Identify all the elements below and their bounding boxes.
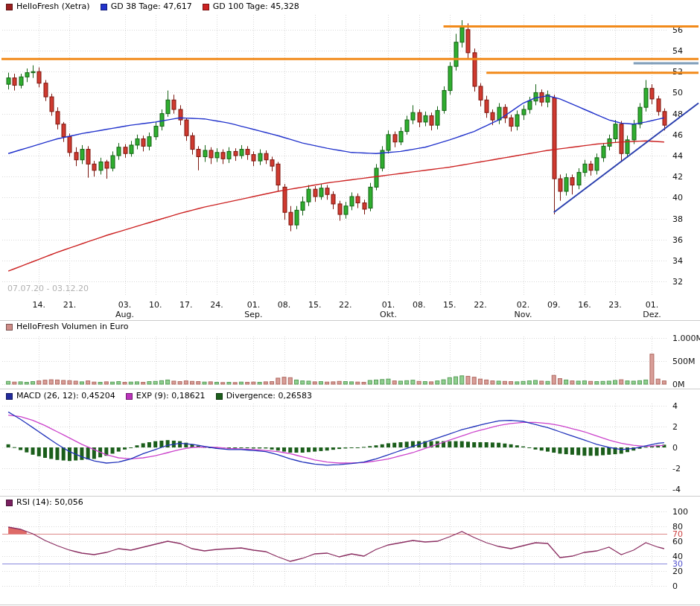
price-legend: HelloFresh (Xetra) GD 38 Tage: 47,617 GD…	[6, 2, 299, 11]
price-legend-item: HelloFresh (Xetra)	[6, 2, 90, 11]
stock-chart-page: HelloFresh (Xetra) GD 38 Tage: 47,617 GD…	[0, 0, 700, 606]
gd38-swatch	[101, 4, 107, 10]
price-series-swatch	[6, 4, 13, 10]
macd-legend-item: MACD (26, 12): 0,45204	[6, 392, 115, 401]
exp-label: EXP (9): 0,18621	[136, 392, 206, 401]
divergence-legend-item: Divergence: 0,26583	[216, 392, 312, 401]
exp-legend-item: EXP (9): 0,18621	[126, 392, 206, 401]
price-series-label: HelloFresh (Xetra)	[16, 2, 90, 11]
rsi-swatch	[6, 500, 13, 506]
volume-legend: HelloFresh Volumen in Euro	[6, 322, 129, 331]
volume-legend-item: HelloFresh Volumen in Euro	[6, 322, 129, 331]
exp-swatch	[126, 393, 133, 400]
rsi-legend-item: RSI (14): 50,056	[6, 498, 83, 507]
gd38-legend-item: GD 38 Tage: 47,617	[101, 2, 192, 11]
stock-chart-canvas[interactable]	[0, 0, 700, 606]
gd100-label: GD 100 Tage: 45,328	[213, 2, 299, 11]
macd-legend: MACD (26, 12): 0,45204 EXP (9): 0,18621 …	[6, 392, 312, 401]
date-range-watermark: 07.07.20 - 03.12.20	[7, 284, 89, 293]
divergence-swatch	[216, 393, 223, 400]
rsi-legend: RSI (14): 50,056	[6, 498, 83, 507]
volume-swatch	[6, 324, 13, 331]
macd-swatch	[6, 393, 13, 400]
volume-label: HelloFresh Volumen in Euro	[16, 322, 129, 331]
macd-label: MACD (26, 12): 0,45204	[16, 392, 115, 401]
gd100-swatch	[203, 4, 209, 10]
gd100-legend-item: GD 100 Tage: 45,328	[203, 2, 299, 11]
divergence-label: Divergence: 0,26583	[226, 392, 312, 401]
gd38-label: GD 38 Tage: 47,617	[111, 2, 192, 11]
rsi-label: RSI (14): 50,056	[16, 498, 83, 507]
